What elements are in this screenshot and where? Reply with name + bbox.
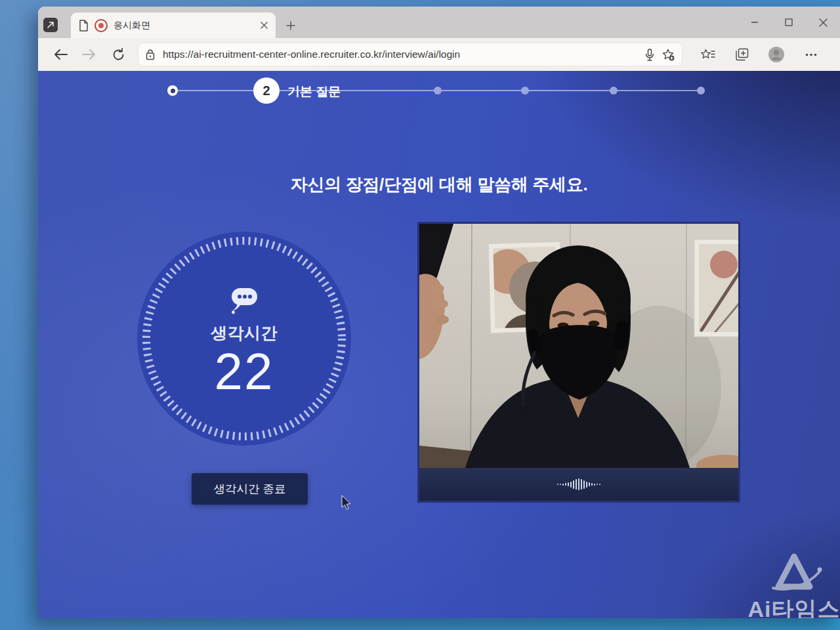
tab-exam-screen[interactable]: 응시화면 (71, 12, 276, 38)
webcam-video (417, 222, 740, 503)
stepper-step-label: 기본 질문 (287, 83, 341, 100)
browser-window: 응시화면 (38, 7, 840, 618)
question-text: 자신의 장점/단점에 대해 말씀해 주세요. (38, 173, 840, 196)
interview-page: 2 기본 질문 자신의 장점/단점에 대해 말씀해 주세요. (38, 71, 840, 618)
watermark-logo: Ai타임스 (742, 553, 840, 618)
browser-tab-bar: 응시화면 (38, 7, 840, 38)
speech-bubble-icon (229, 287, 259, 314)
tab-actions-icon[interactable] (43, 18, 58, 32)
end-thinking-button[interactable]: 생각시간 종료 (192, 473, 308, 505)
timer-label: 생각시간 (211, 322, 278, 344)
stepper-step-6 (697, 87, 705, 94)
webcam-scene (419, 224, 738, 468)
browser-toolbar: https://ai-recruitment-center-online.rec… (38, 38, 840, 72)
stepper-step-1-done (167, 85, 178, 96)
watermark-brand-text: Ai타임스 (742, 595, 840, 618)
forward-icon[interactable] (78, 43, 100, 66)
wall-art-right (694, 240, 738, 337)
tab-title: 응시화면 (114, 20, 255, 32)
thinking-timer: 생각시간 22 (137, 232, 351, 446)
document-icon (79, 20, 89, 32)
timer-content: 생각시간 22 (211, 232, 278, 399)
url-text[interactable]: https://ai-recruitment-center-online.rec… (163, 49, 637, 60)
profile-avatar[interactable] (765, 43, 788, 66)
back-icon[interactable] (49, 43, 72, 66)
favorites-icon[interactable] (697, 43, 719, 66)
maximize-icon[interactable] (772, 7, 806, 38)
tab-close-icon[interactable] (261, 22, 268, 29)
address-bar[interactable]: https://ai-recruitment-center-online.rec… (138, 43, 682, 66)
new-tab-icon[interactable] (286, 21, 295, 30)
audio-level-bar (419, 468, 738, 501)
window-controls (738, 7, 840, 38)
voice-search-mic-icon[interactable] (645, 49, 654, 61)
stepper-step-2-current: 2 (253, 77, 280, 104)
timer-seconds: 22 (215, 345, 274, 399)
stepper-step-5 (610, 87, 618, 94)
refresh-icon[interactable] (107, 43, 129, 66)
lock-icon[interactable] (146, 49, 155, 60)
minimize-icon[interactable] (738, 7, 772, 38)
desktop-background: 응시화면 (0, 0, 840, 630)
add-favorite-icon[interactable] (662, 49, 675, 61)
window-close-icon[interactable] (806, 7, 840, 38)
more-menu-icon[interactable] (800, 43, 822, 66)
cursor-icon (341, 495, 352, 510)
recording-icon (94, 19, 108, 32)
stepper-step-3 (434, 87, 442, 94)
watermark-triangle-icon (742, 553, 840, 593)
collections-icon[interactable] (730, 43, 753, 66)
stepper-step-4 (521, 87, 529, 94)
